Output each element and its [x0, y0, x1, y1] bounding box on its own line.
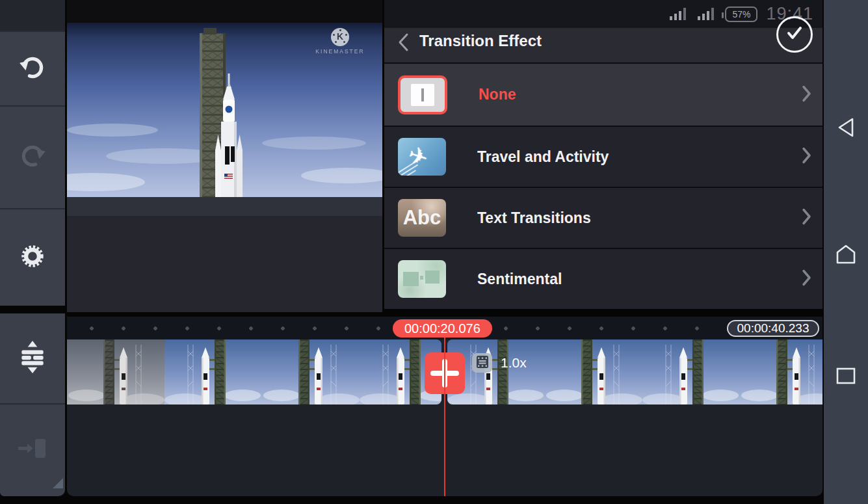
travel-transition-thumbnail: ✈	[398, 138, 446, 176]
transition-effect-panel: 57% 19:41 Transition Effect	[384, 0, 822, 309]
cellular-signal-icon	[669, 5, 689, 23]
editor-sidebar	[0, 0, 65, 306]
jump-to-end-icon	[18, 438, 47, 462]
timeline-expand-icon	[19, 341, 46, 376]
timeline[interactable]: 1.0x 00:00:20.076 00:00:40.233	[67, 317, 822, 496]
nav-back-button[interactable]	[824, 109, 868, 148]
transition-item-none[interactable]: None	[384, 64, 822, 126]
transition-item-sentimental[interactable]: Sentimental	[384, 249, 822, 309]
panel-resize-handle[interactable]	[53, 478, 63, 488]
transition-item-label: None	[479, 86, 516, 103]
project-settings-button[interactable]	[0, 209, 65, 306]
sidebar-spacer	[0, 0, 65, 31]
undo-button[interactable]	[0, 32, 65, 105]
battery-icon: 57%	[725, 7, 757, 22]
filmstrip-icon	[476, 356, 489, 371]
status-bar: 57% 19:41	[384, 0, 822, 28]
text-transition-thumbnail: Abc	[398, 199, 446, 237]
chevron-left-icon	[397, 43, 410, 54]
redo-icon	[18, 141, 47, 174]
nav-recents-icon	[835, 367, 856, 388]
undo-icon	[18, 53, 47, 85]
android-navigation-bar	[824, 0, 868, 504]
chevron-right-icon	[801, 208, 812, 228]
nav-back-icon	[835, 116, 856, 141]
transition-item-text[interactable]: Abc Text Transitions	[384, 188, 822, 248]
chevron-right-icon	[801, 269, 812, 289]
playhead-line	[444, 338, 445, 496]
current-time-pill: 00:00:20.076	[393, 319, 492, 338]
preview-letterbox	[67, 197, 382, 216]
preview-frame: K KINEMASTER	[67, 23, 382, 197]
timeline-sidebar	[0, 313, 65, 496]
check-icon	[783, 22, 806, 47]
video-clip-2[interactable]	[447, 339, 822, 405]
preview-background	[67, 216, 382, 312]
timeline-expand-button[interactable]	[0, 313, 65, 403]
back-button[interactable]	[397, 33, 410, 55]
total-duration-pill: 00:00:40.233	[727, 320, 819, 337]
kinemaster-logo-icon: K	[331, 28, 349, 46]
battery-percent: 57%	[732, 9, 750, 20]
redo-button[interactable]	[0, 107, 65, 208]
sentimental-transition-thumbnail	[398, 260, 446, 298]
transition-item-travel[interactable]: ✈ Travel and Activity	[384, 127, 822, 187]
transition-item-label: Sentimental	[477, 271, 562, 288]
jump-to-end-button[interactable]	[0, 405, 65, 495]
clip-speed-badge	[472, 353, 492, 373]
panel-title: Transition Effect	[419, 31, 542, 51]
chevron-right-icon	[801, 85, 812, 105]
panel-header: Transition Effect	[384, 28, 822, 62]
kinemaster-app: K KINEMASTER	[0, 0, 868, 504]
confirm-button[interactable]	[776, 16, 813, 53]
cellular-signal-icon-2	[697, 5, 717, 23]
airplane-icon: ✈	[404, 140, 431, 172]
transition-item-label: Text Transitions	[477, 209, 591, 227]
nav-home-icon	[834, 244, 858, 267]
gear-icon	[18, 241, 47, 274]
nav-recents-button[interactable]	[824, 358, 868, 397]
nav-home-button[interactable]	[824, 236, 868, 275]
watermark-label: KINEMASTER	[312, 48, 368, 55]
chevron-right-icon	[801, 147, 812, 167]
transition-item-label: Travel and Activity	[477, 148, 609, 166]
kinemaster-watermark: K KINEMASTER	[312, 28, 368, 55]
video-preview[interactable]: K KINEMASTER	[67, 0, 382, 312]
none-transition-thumbnail	[398, 75, 447, 114]
clip-speed-label: 1.0x	[501, 355, 527, 371]
video-clip-1[interactable]	[67, 339, 441, 405]
